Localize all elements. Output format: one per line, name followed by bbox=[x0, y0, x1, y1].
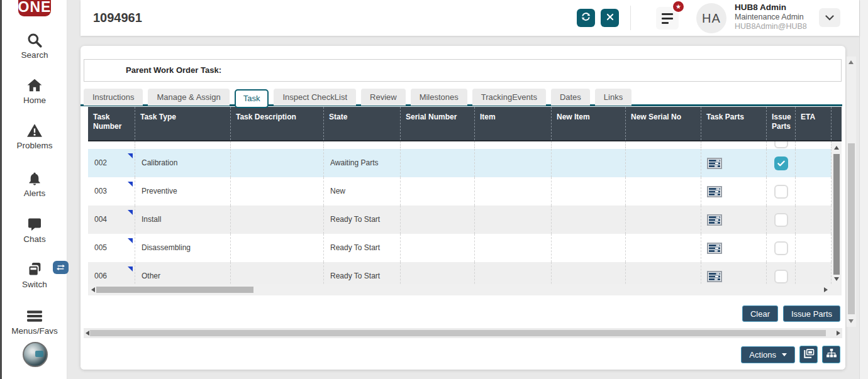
sidebar-item-search[interactable]: Search bbox=[2, 31, 67, 60]
task-type-cell: Install bbox=[135, 206, 231, 234]
tab-manage-assign[interactable]: Manage & Assign bbox=[148, 89, 229, 106]
sidebar-item-menus-favs[interactable]: Menus/Favs bbox=[2, 307, 67, 336]
tab-instructions[interactable]: Instructions bbox=[84, 89, 143, 106]
scroll-right-arrow[interactable] bbox=[837, 331, 840, 336]
refresh-button[interactable] bbox=[577, 9, 595, 27]
task-type-value: Install bbox=[142, 215, 161, 224]
alerts-icon bbox=[2, 170, 67, 187]
grid-row-006[interactable]: 006OtherReady To Start bbox=[88, 262, 832, 284]
task-description-cell bbox=[231, 262, 324, 284]
column-header-task-parts[interactable]: Task Parts bbox=[701, 107, 767, 140]
panel-horizontal-scrollbar[interactable] bbox=[84, 328, 842, 338]
scroll-up-arrow[interactable] bbox=[834, 146, 839, 150]
task-parts-icon[interactable] bbox=[707, 186, 722, 197]
grid-row-005[interactable]: 005DisassemblingReady To Start bbox=[88, 234, 832, 262]
task-number-cell: 003 bbox=[88, 177, 135, 206]
column-header-serial-number[interactable]: Serial Number bbox=[401, 107, 475, 140]
actions-dropdown-button[interactable]: Actions bbox=[741, 346, 795, 363]
sidebar-item-label: Menus/Favs bbox=[2, 326, 67, 336]
tab-links[interactable]: Links bbox=[595, 89, 632, 106]
tab-inspect-checklist[interactable]: Inspect CheckList bbox=[274, 89, 356, 106]
tab-dates[interactable]: Dates bbox=[551, 89, 590, 106]
eta-cell bbox=[796, 206, 832, 234]
grid-row-partial[interactable] bbox=[88, 141, 832, 149]
one-logo[interactable]: ONE bbox=[18, 0, 51, 16]
new-serial-no-cell bbox=[626, 234, 701, 262]
tab-review[interactable]: Review bbox=[361, 89, 406, 106]
column-header-item[interactable]: Item bbox=[475, 107, 552, 140]
page-vertical-scrollbar[interactable] bbox=[847, 57, 856, 327]
user-initials-avatar[interactable]: HA bbox=[696, 3, 726, 33]
new-item-cell bbox=[552, 262, 626, 284]
sidebar-item-switch[interactable]: Switch bbox=[2, 261, 67, 289]
scroll-down-arrow[interactable] bbox=[849, 319, 854, 323]
scroll-left-arrow[interactable] bbox=[91, 287, 95, 292]
task-number-cell: 004 bbox=[88, 206, 135, 234]
task-parts-cell bbox=[701, 206, 767, 234]
task-description-cell bbox=[231, 177, 324, 206]
sidebar-item-chats[interactable]: Chats bbox=[2, 216, 67, 244]
column-header-new-item[interactable]: New Item bbox=[552, 107, 626, 140]
task-description-cell bbox=[231, 206, 324, 234]
grid-horizontal-scrollbar[interactable] bbox=[88, 284, 842, 295]
column-header-state[interactable]: State bbox=[324, 107, 401, 140]
new-serial-no-cell bbox=[626, 206, 701, 234]
tab-task[interactable]: Task bbox=[235, 89, 269, 108]
star-badge-icon: ★ bbox=[672, 0, 685, 13]
state-value: Awaiting Parts bbox=[330, 158, 378, 167]
hierarchy-button[interactable] bbox=[822, 346, 840, 363]
issue-parts-checkbox[interactable] bbox=[774, 213, 788, 227]
scroll-up-arrow[interactable] bbox=[849, 60, 854, 64]
task-type-value: Calibration bbox=[142, 158, 177, 167]
scroll-left-arrow[interactable] bbox=[86, 331, 89, 336]
grid-hscroll-thumb[interactable] bbox=[96, 287, 253, 293]
issue-parts-button[interactable]: Issue Parts bbox=[783, 305, 840, 322]
column-header-issue-parts[interactable]: Issue Parts bbox=[767, 107, 796, 140]
column-header-task-type[interactable]: Task Type bbox=[135, 107, 231, 140]
item-cell bbox=[475, 206, 552, 234]
task-parts-icon[interactable] bbox=[707, 271, 722, 282]
issue-parts-checkbox[interactable] bbox=[774, 241, 788, 255]
column-header-new-serial-no[interactable]: New Serial No bbox=[626, 107, 701, 140]
issue-parts-checkbox[interactable] bbox=[774, 157, 788, 170]
problems-icon bbox=[2, 122, 67, 139]
sidebar-item-alerts[interactable]: Alerts bbox=[2, 170, 67, 198]
user-menu-button[interactable] bbox=[819, 8, 840, 27]
tab-trackingevents[interactable]: TrackingEvents bbox=[472, 89, 546, 106]
panel-hscroll-thumb[interactable] bbox=[90, 330, 826, 336]
user-profile-avatar[interactable] bbox=[23, 342, 48, 367]
column-header-task-description[interactable]: Task Description bbox=[231, 107, 324, 140]
grid-vscroll-thumb[interactable] bbox=[833, 154, 840, 275]
task-type-cell: Disassembling bbox=[135, 234, 231, 262]
column-header-eta[interactable]: ETA bbox=[796, 107, 832, 140]
state-value: Ready To Start bbox=[330, 243, 380, 252]
cell-note-marker-icon bbox=[128, 266, 133, 272]
print-preview-icon bbox=[803, 347, 815, 362]
grid-row-004[interactable]: 004InstallReady To Start bbox=[88, 206, 832, 234]
grid-vertical-scrollbar[interactable] bbox=[832, 141, 842, 284]
task-parts-icon[interactable] bbox=[707, 243, 722, 254]
scroll-right-arrow[interactable] bbox=[824, 287, 828, 292]
new-item-cell bbox=[552, 206, 626, 234]
tab-milestones[interactable]: Milestones bbox=[411, 89, 467, 106]
issue-parts-cell bbox=[767, 177, 796, 206]
switch-swap-badge-icon[interactable] bbox=[53, 261, 69, 274]
column-header-task-number[interactable]: Task Number bbox=[88, 107, 135, 140]
task-parts-icon[interactable] bbox=[707, 214, 722, 226]
work-order-panel: Parent Work Order Task: InstructionsMana… bbox=[81, 46, 845, 370]
page-vscroll-thumb[interactable] bbox=[848, 143, 855, 314]
sidebar-item-problems[interactable]: Problems bbox=[2, 122, 67, 150]
issue-parts-checkbox[interactable] bbox=[774, 141, 788, 148]
close-button[interactable] bbox=[601, 9, 619, 27]
grid-row-003[interactable]: 003PreventiveNew bbox=[88, 177, 832, 206]
grid-row-002[interactable]: 002CalibrationAwaiting Parts bbox=[88, 149, 832, 177]
sidebar-item-home[interactable]: Home bbox=[2, 77, 67, 105]
task-parts-icon[interactable] bbox=[707, 158, 722, 169]
issue-parts-checkbox[interactable] bbox=[774, 270, 788, 283]
print-preview-button[interactable] bbox=[799, 346, 818, 363]
issue-parts-checkbox[interactable] bbox=[774, 185, 788, 199]
clear-button[interactable]: Clear bbox=[742, 305, 778, 322]
task-number-value: 003 bbox=[94, 187, 107, 195]
scroll-down-arrow[interactable] bbox=[834, 277, 839, 281]
menu-bar-icon bbox=[662, 13, 673, 15]
